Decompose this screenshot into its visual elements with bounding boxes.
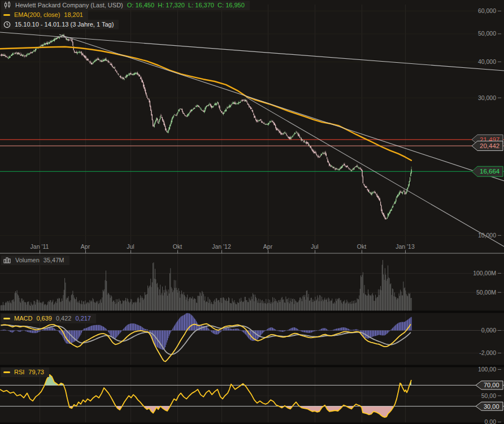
x-axis-label: Apr xyxy=(263,243,273,250)
rsi-legend[interactable]: RSI 79,73 xyxy=(1,367,49,377)
volume-pane[interactable] xyxy=(1,260,412,311)
chart-application: Jan '11AprJulOktJan '12AprJulOktJan '136… xyxy=(0,0,504,424)
macd-value: 0,639 xyxy=(36,314,52,322)
instrument-title: Hewlett Packard Company (Last, USD) xyxy=(15,1,123,9)
ema-line-icon xyxy=(3,14,10,16)
macd-label: MACD xyxy=(14,314,32,322)
ema-value: 18,201 xyxy=(64,11,83,19)
axis-tag-label: 70,00 xyxy=(484,382,499,388)
ema-legend[interactable]: EMA(200, close) 18,201 xyxy=(1,10,88,20)
ema-label: EMA(200, close) xyxy=(14,11,60,19)
rsi-line-icon xyxy=(3,371,10,373)
x-axis-label: Jan '13 xyxy=(396,243,415,250)
ohlc-values: O: 16,450 H: 17,320 L: 16,370 C: 16,950 xyxy=(127,1,245,9)
y-axis-label: 100,00 xyxy=(478,366,496,373)
instrument-legend[interactable]: Hewlett Packard Company (Last, USD) O: 1… xyxy=(1,1,250,10)
axis-tag-label: 20,442 xyxy=(480,142,499,149)
volume-value: 35,47M xyxy=(44,256,64,264)
macd-hist-value: 0,217 xyxy=(75,314,91,322)
x-axis-label: Apr xyxy=(81,243,90,250)
y-axis-label: 60,000 xyxy=(478,7,496,14)
x-axis-label: Jan '11 xyxy=(31,243,49,250)
bar-chart-icon xyxy=(3,257,11,263)
x-axis-label: Jul xyxy=(127,243,134,250)
clock-icon xyxy=(3,21,11,28)
candlestick-icon xyxy=(3,1,11,9)
x-axis-label: Jan '12 xyxy=(212,243,231,250)
y-axis-label: 100,00M xyxy=(473,270,496,276)
rsi-value: 79,73 xyxy=(28,368,44,376)
macd-legend[interactable]: MACD 0,639 0,422 0,217 xyxy=(1,314,96,323)
rsi-pane[interactable] xyxy=(0,375,504,417)
macd-line-icon xyxy=(3,318,10,319)
y-axis-label: 10,000 xyxy=(478,232,496,239)
axis-tag-label: 16,664 xyxy=(480,168,500,175)
y-axis-label: 30,000 xyxy=(478,94,496,101)
y-axis-label: 0,00 xyxy=(485,418,497,424)
x-axis-label: Okt xyxy=(357,243,366,250)
y-axis-label: 50,000 xyxy=(478,30,496,37)
y-axis-label: 0,000 xyxy=(481,327,496,334)
rsi-label: RSI xyxy=(14,368,24,376)
y-axis-label: 50,00 xyxy=(481,392,496,399)
macd-signal-value: 0,422 xyxy=(56,314,72,322)
period-text: 15.10.10 - 14.01.13 (3 Jahre, 1 Tag) xyxy=(15,20,114,28)
y-axis-label: 40,000 xyxy=(478,58,496,65)
volume-legend[interactable]: Volumen 35,47M xyxy=(1,256,69,265)
y-axis-label: -2,000 xyxy=(479,349,496,356)
x-axis-label: Jul xyxy=(311,243,318,250)
volume-label: Volumen xyxy=(15,256,40,264)
price-pane[interactable] xyxy=(0,32,504,246)
y-axis-label: 50,00M xyxy=(476,289,496,296)
axis-labels: Jan '11AprJulOktJan '12AprJulOktJan '136… xyxy=(0,7,504,424)
grid-lines xyxy=(0,5,504,422)
period-legend[interactable]: 15.10.10 - 14.01.13 (3 Jahre, 1 Tag) xyxy=(1,20,119,29)
axis-tag-label: 30,00 xyxy=(484,403,499,410)
x-axis-label: Okt xyxy=(173,243,182,250)
